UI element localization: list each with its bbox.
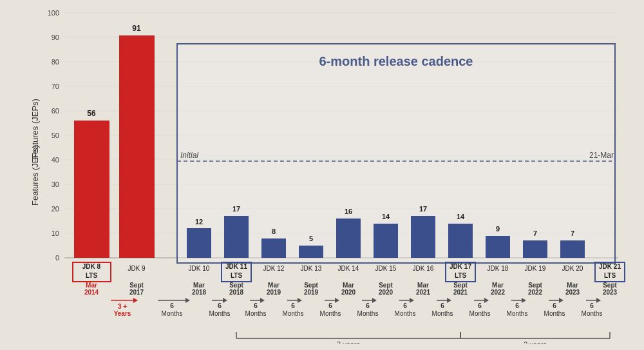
interval-years-label: Years bbox=[114, 310, 131, 317]
chart-container: Features (JEPs) 100 90 80 70 60 50 40 30… bbox=[0, 0, 644, 350]
bracket-3years: 3 years bbox=[337, 340, 361, 344]
date-mar2018: Mar bbox=[193, 282, 205, 289]
interval-months-12: Months bbox=[582, 310, 603, 317]
svg-text:60: 60 bbox=[52, 107, 59, 115]
svg-marker-45 bbox=[484, 298, 489, 303]
date-2014: 2014 bbox=[84, 289, 99, 296]
jdk-lts-jdk8: LTS bbox=[86, 272, 97, 279]
date-sept2018: Sept bbox=[229, 282, 243, 289]
date-sept2019: Sept bbox=[304, 282, 318, 289]
initial-label: Initial bbox=[180, 151, 198, 160]
svg-text:100: 100 bbox=[48, 9, 59, 17]
interval-6m-8: 6 bbox=[440, 302, 444, 309]
date-sept2022: Sept bbox=[528, 282, 542, 289]
interval-6m-1: 6 bbox=[170, 302, 174, 309]
bar-label-jdk10: 12 bbox=[195, 218, 203, 226]
svg-marker-33 bbox=[260, 298, 265, 303]
date-mar2019: Mar bbox=[268, 282, 279, 289]
bar-label-jdk12: 8 bbox=[272, 228, 276, 235]
interval-months-7: Months bbox=[395, 310, 416, 317]
bar-label-jdk17: 14 bbox=[457, 213, 465, 220]
svg-text:30: 30 bbox=[52, 180, 59, 188]
interval-months-5: Months bbox=[320, 310, 341, 317]
interval-6m-10: 6 bbox=[515, 302, 519, 309]
svg-marker-29 bbox=[185, 298, 190, 303]
bar-jdk12 bbox=[261, 238, 286, 258]
interval-6m-5: 6 bbox=[328, 302, 332, 309]
interval-6m-7: 6 bbox=[403, 302, 407, 309]
interval-months-9: Months bbox=[469, 310, 491, 317]
bar-label-jdk20: 7 bbox=[571, 229, 574, 237]
interval-months-11: Months bbox=[544, 310, 565, 317]
jdk-label-jdk20: JDK 20 bbox=[562, 265, 583, 272]
svg-marker-43 bbox=[447, 298, 451, 303]
svg-text:20: 20 bbox=[52, 205, 59, 213]
bar-label-jdk18: 9 bbox=[496, 225, 500, 233]
date-2022a: 2022 bbox=[491, 289, 506, 296]
svg-marker-37 bbox=[335, 298, 339, 303]
interval-months-8: Months bbox=[432, 310, 453, 317]
jdk-label-jdk12: JDK 12 bbox=[263, 265, 285, 272]
svg-marker-49 bbox=[559, 298, 564, 303]
bracket-2years: 2 years bbox=[524, 340, 547, 344]
bar-jdk16 bbox=[411, 216, 435, 258]
date-sept2023: Sept bbox=[603, 282, 617, 289]
jdk-label-jdk14: JDK 14 bbox=[338, 265, 359, 272]
svg-text:90: 90 bbox=[52, 34, 59, 41]
bar-label-jdk9: 91 bbox=[132, 24, 141, 33]
interval-6m-12: 6 bbox=[590, 302, 594, 309]
interval-6m-11: 6 bbox=[553, 302, 556, 309]
chart-svg: 100 90 80 70 60 50 40 30 20 10 0 6-month… bbox=[39, 6, 631, 344]
bar-label-jdk14: 16 bbox=[345, 208, 352, 215]
date-2023b: 2023 bbox=[603, 289, 618, 296]
interval-3years: 3 + bbox=[118, 303, 127, 310]
date-mar2022: Mar bbox=[492, 282, 504, 289]
date-mar2023: Mar bbox=[567, 282, 578, 289]
jdk-label-jdk18: JDK 18 bbox=[488, 265, 509, 272]
svg-text:70: 70 bbox=[52, 83, 59, 90]
interval-months-6: Months bbox=[357, 310, 379, 317]
jdk-label-jdk8: JDK 8 bbox=[82, 263, 101, 270]
date-sept2021: Sept bbox=[453, 282, 468, 289]
date-mar2020: Mar bbox=[343, 282, 354, 289]
bar-label-jdk11: 17 bbox=[232, 205, 240, 213]
jdk-label-jdk19: JDK 19 bbox=[525, 265, 546, 272]
date-2021b: 2021 bbox=[453, 289, 468, 296]
jdk-lts-jdk11: LTS bbox=[231, 272, 242, 279]
jdk-lts-jdk21: LTS bbox=[604, 272, 616, 279]
svg-marker-39 bbox=[372, 298, 377, 303]
svg-text:40: 40 bbox=[52, 156, 59, 164]
date-2021a: 2021 bbox=[416, 289, 431, 296]
svg-text:80: 80 bbox=[52, 58, 59, 66]
jdk-label-jdk16: JDK 16 bbox=[413, 265, 434, 272]
interval-6m-6: 6 bbox=[366, 302, 370, 309]
interval-6m-4: 6 bbox=[291, 302, 295, 309]
date-2020a: 2020 bbox=[341, 289, 356, 296]
interval-6m-9: 6 bbox=[478, 302, 482, 309]
bar-jdk18 bbox=[486, 236, 510, 258]
interval-months-1: Months bbox=[162, 310, 183, 317]
bar-label-jdk16: 17 bbox=[419, 205, 427, 213]
date-mar2014: Mar bbox=[86, 282, 97, 289]
svg-text:10: 10 bbox=[52, 229, 59, 237]
bar-jdk17 bbox=[448, 224, 473, 258]
bar-jdk15 bbox=[374, 224, 398, 258]
date-2022b: 2022 bbox=[528, 289, 543, 296]
bar-jdk20 bbox=[560, 240, 585, 258]
svg-marker-35 bbox=[298, 298, 302, 303]
jdk-label-jdk9: JDK 9 bbox=[128, 265, 146, 272]
interval-months-2: Months bbox=[209, 310, 231, 317]
interval-months-4: Months bbox=[283, 310, 304, 317]
svg-marker-31 bbox=[223, 298, 227, 303]
interval-months-3: Months bbox=[245, 310, 267, 317]
y-axis-label-text: Features (JEPs) bbox=[30, 99, 40, 159]
bar-jdk14 bbox=[336, 219, 361, 258]
bar-jdk10 bbox=[187, 228, 211, 258]
date-2018a: 2018 bbox=[192, 289, 207, 296]
bar-label-jdk13: 5 bbox=[309, 235, 313, 242]
date-2017: 2017 bbox=[129, 289, 144, 296]
jdk-label-jdk15: JDK 15 bbox=[375, 265, 397, 272]
jdk-label-jdk21: JDK 21 bbox=[599, 263, 621, 270]
bar-jdk9 bbox=[119, 35, 155, 258]
interval-6m-3: 6 bbox=[254, 302, 258, 309]
